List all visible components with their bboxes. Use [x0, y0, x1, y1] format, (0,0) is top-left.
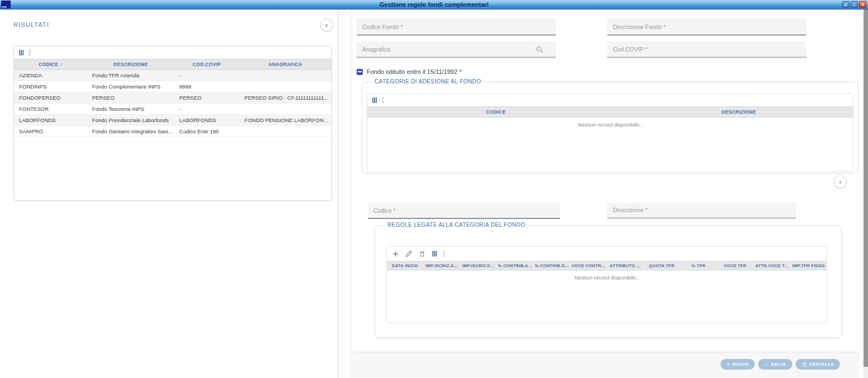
chevron-right-icon: › [839, 178, 841, 186]
fondo-istituito-checkbox-row[interactable]: Fondo istituito entro il 15/11/1992 * [357, 68, 461, 75]
column-header[interactable]: VOCE TFR [717, 263, 753, 268]
table-row[interactable]: FONTESOR Fondo Tesoreria INPS - [14, 104, 331, 115]
regole-table-toolbar [387, 246, 827, 261]
empty-state-text: Nessun record disponibile.. [367, 122, 853, 128]
vertical-scrollbar[interactable] [864, 10, 868, 378]
columns-icon[interactable] [432, 251, 437, 256]
checkbox-indeterminate-icon[interactable] [357, 69, 363, 75]
results-table-toolbar [14, 46, 331, 59]
column-header-anagrafica[interactable]: ANAGRAFICA [239, 62, 331, 67]
column-header-codice[interactable]: CODICE [367, 109, 625, 115]
column-header[interactable]: IMP.ISCRIZ.A... [423, 263, 459, 268]
chevron-left-icon: ‹ [325, 21, 327, 29]
regole-table: DATA INIZIO IMP.ISCRIZ.A... IMP.ISCRIZ.D… [386, 246, 827, 323]
column-header[interactable]: IMP.TFR FISSO [790, 263, 827, 268]
column-header[interactable]: IMP.ISCRIZ.D... [460, 263, 496, 268]
edit-pencil-icon[interactable] [405, 250, 412, 257]
codice-fondo-field[interactable]: Codice Fondo * [357, 18, 556, 35]
results-table-header: CODICE↑ DESCRIZIONE COD.COVIP ANAGRAFICA [14, 59, 331, 70]
checkbox-label: Fondo istituito entro il 15/11/1992 * [367, 68, 461, 75]
kebab-menu-icon[interactable] [29, 49, 30, 56]
columns-icon[interactable] [19, 50, 24, 55]
anagrafica-field[interactable]: Anagrafica [357, 41, 556, 58]
table-row[interactable]: FONDOPERSEO PERSEO PERSEO PERSEO SIRIO -… [14, 92, 331, 104]
column-header-codice[interactable]: CODICE↑ [14, 62, 87, 67]
table-row[interactable]: FONDINPS Fondo Complementare INPS 9999 [14, 81, 331, 92]
column-header-codcovip[interactable]: COD.COVIP [174, 62, 239, 67]
column-header[interactable]: DATA INIZIO [387, 263, 423, 268]
maximize-icon[interactable]: □ [851, 1, 858, 8]
descrizione-fondo-field[interactable]: Descrizione Fondo * [607, 18, 806, 35]
nuovo-button[interactable]: + NUOVO [721, 359, 755, 370]
restore-icon[interactable]: ↙ [842, 1, 849, 8]
results-panel-title: RISULTATI [13, 21, 49, 28]
empty-state-text: Nessun record disponibile.. [387, 274, 827, 281]
close-icon[interactable]: ✕ [859, 1, 866, 8]
salva-button[interactable]: ✓ SALVA [758, 359, 792, 370]
categorie-table: CODICE DESCRIZIONE Nessun record disponi… [367, 94, 853, 172]
expand-detail-button[interactable]: › [834, 175, 847, 188]
column-header[interactable]: % TFR [680, 263, 716, 268]
sort-ascending-icon: ↑ [60, 62, 62, 67]
cod-covip-field[interactable]: Cod.COVIP * [607, 41, 806, 58]
columns-icon[interactable] [372, 97, 377, 103]
column-header[interactable]: ATTRIBUTO ... [607, 263, 643, 268]
plus-icon: + [727, 362, 730, 367]
window-title: Gestione regole fondi complementari [0, 0, 868, 10]
fund-detail-panel: Codice Fondo * Descrizione Fondo * Anagr… [352, 10, 864, 378]
column-header[interactable]: % CONTRIB.D... [533, 263, 570, 268]
results-panel: RISULTATI ‹ CODICE↑ DESCRIZIONE COD.COVI… [0, 10, 338, 378]
delete-trash-icon[interactable] [419, 250, 426, 257]
scrollbar-thumb[interactable] [864, 10, 868, 367]
table-row[interactable]: SANIPRO Fondo Sanitario Integrativo Sani… [14, 126, 331, 137]
table-row[interactable]: LABORFONDS Fondo Previdenziale Laborfond… [14, 115, 331, 126]
add-icon[interactable] [393, 251, 399, 257]
column-header[interactable]: ATTR.VOCE T... [753, 263, 789, 268]
window-controls: ↙ □ ✕ [842, 1, 866, 8]
categoria-codice-field[interactable]: Codice * [368, 203, 560, 219]
results-table: CODICE↑ DESCRIZIONE COD.COVIP ANAGRAFICA… [13, 46, 332, 200]
section-legend: REGOLE LEGATE ALLA CATEGORIA DEL FONDO [384, 222, 529, 228]
collapse-panel-button[interactable]: ‹ [320, 18, 333, 31]
action-footer: + NUOVO ✓ SALVA CANCELLA [352, 352, 859, 378]
column-header[interactable]: % CONTRIB.A... [496, 263, 533, 268]
section-legend: CATEGORIE DI ADESIONE AL FONDO [371, 78, 484, 85]
table-row[interactable]: AZIENDA Fondo TFR Azienda - [14, 70, 331, 81]
window-title-bar: Gestione regole fondi complementari ↙ □ … [0, 0, 868, 10]
trash-icon [802, 362, 807, 367]
categorie-table-header: CODICE DESCRIZIONE [367, 106, 853, 118]
column-header[interactable]: VOCE CONTR... [570, 263, 606, 268]
regole-table-header: DATA INIZIO IMP.ISCRIZ.A... IMP.ISCRIZ.D… [387, 261, 827, 270]
categorie-table-toolbar [367, 94, 853, 106]
regole-categoria-section: REGOLE LEGATE ALLA CATEGORIA DEL FONDO D… [375, 225, 842, 338]
categorie-adesione-section: CATEGORIE DI ADESIONE AL FONDO CODICE DE… [362, 82, 858, 174]
kebab-menu-icon[interactable] [444, 250, 445, 257]
categoria-descrizione-field[interactable]: Descrizione * [607, 203, 796, 219]
column-header-descrizione[interactable]: DESCRIZIONE [87, 62, 174, 67]
search-icon[interactable] [536, 46, 543, 53]
panel-divider [338, 10, 352, 378]
kebab-menu-icon[interactable] [382, 97, 384, 104]
column-header-descrizione[interactable]: DESCRIZIONE [625, 109, 853, 115]
cancella-button[interactable]: CANCELLA [796, 359, 840, 370]
column-header[interactable]: QUOTA TFR [643, 263, 680, 268]
check-icon: ✓ [764, 362, 769, 367]
